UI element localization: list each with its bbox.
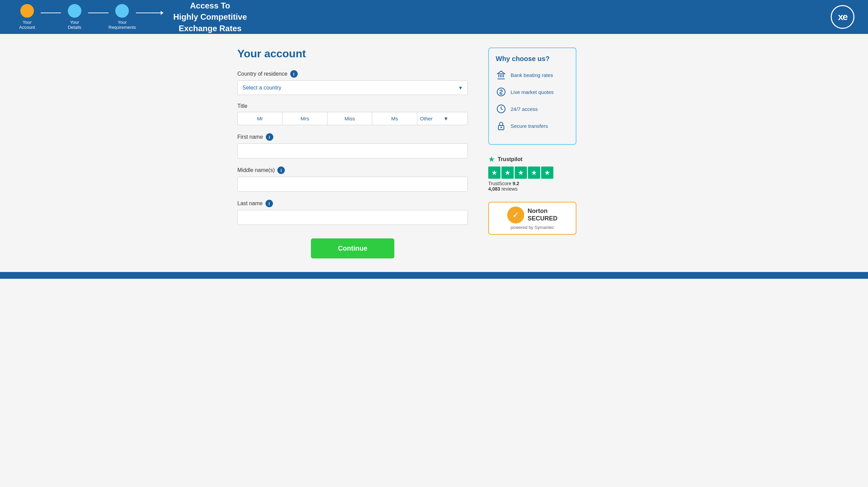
title-other-label[interactable]: Other (417, 112, 441, 125)
form-section: Your account Country of residence i Sele… (237, 47, 468, 258)
star-4: ★ (528, 167, 540, 179)
step-circle-1 (20, 4, 34, 18)
header: Your Account Your Details Your Requireme… (0, 0, 868, 34)
star-1: ★ (488, 167, 500, 179)
country-label: Country of residence i (237, 70, 468, 78)
feature-bank-rates-label: Bank beating rates (511, 72, 553, 78)
step-your-account: Your Account (14, 4, 41, 30)
title-other-arrow: ▼ (441, 112, 464, 125)
norton-box: ✓ Norton SECURED powered by Symantec (488, 202, 576, 235)
star-2: ★ (501, 167, 514, 179)
middle-name-field-group: Middle name(s) i (237, 167, 468, 192)
title-ms-button[interactable]: Ms (372, 112, 417, 125)
feature-secure-transfers-label: Secure transfers (511, 123, 548, 129)
last-name-field-group: Last name i (237, 200, 468, 225)
middle-name-input[interactable] (237, 177, 468, 192)
norton-checkmark-icon: ✓ (507, 207, 524, 223)
first-name-label: First name i (237, 133, 468, 141)
country-field-group: Country of residence i Select a country … (237, 70, 468, 95)
trustpilot-label: Trustpilot (498, 156, 522, 162)
middle-name-label: Middle name(s) i (237, 167, 468, 174)
title-mrs-button[interactable]: Mrs (282, 112, 327, 125)
title-label: Title (237, 103, 468, 109)
trust-score: TrustScore 9.2 (488, 181, 576, 186)
bank-icon (496, 70, 507, 80)
page-title: Your account (237, 47, 468, 60)
trustpilot-stars: ★ ★ ★ ★ ★ (488, 167, 576, 179)
last-name-input[interactable] (237, 210, 468, 225)
norton-row: ✓ Norton SECURED (507, 207, 557, 223)
step-label-3: Your Requirements (108, 20, 136, 30)
norton-secured: SECURED (528, 215, 557, 222)
sidebar: Why choose us? Bank beating rates (488, 47, 576, 258)
why-title: Why choose us? (496, 55, 569, 63)
first-name-input[interactable] (237, 143, 468, 158)
country-select-wrapper: Select a country United Kingdom United S… (237, 80, 468, 95)
step-label-1: Your Account (19, 20, 35, 30)
middle-name-info-icon[interactable]: i (277, 167, 285, 174)
why-choose-box: Why choose us? Bank beating rates (488, 47, 576, 145)
step-your-details: Your Details (61, 4, 88, 30)
trustpilot-star-icon: ★ (488, 155, 495, 164)
trustpilot-section: ★ Trustpilot ★ ★ ★ ★ ★ TrustScore 9.2 4,… (488, 155, 576, 192)
norton-powered-by: powered by Symantec (511, 225, 554, 230)
feature-secure-transfers: Secure transfers (496, 120, 569, 131)
title-other-wrapper: Other ▼ (417, 112, 468, 125)
trust-reviews: 4,083 reviews (488, 186, 576, 192)
country-select[interactable]: Select a country United Kingdom United S… (238, 81, 468, 95)
feature-247-access: 24/7 access (496, 103, 569, 114)
continue-button-wrapper: Continue (237, 238, 468, 258)
connector-1 (41, 13, 61, 13)
star-3: ★ (515, 167, 527, 179)
clock-icon (496, 103, 507, 114)
last-name-info-icon[interactable]: i (265, 200, 273, 207)
country-info-icon[interactable]: i (290, 70, 298, 78)
title-mr-button[interactable]: Mr (237, 112, 282, 125)
continue-button[interactable]: Continue (311, 238, 395, 258)
currency-icon (496, 86, 507, 97)
step-arrow (136, 13, 163, 13)
step-circle-3 (115, 4, 129, 18)
lock-icon (496, 120, 507, 131)
header-tagline: Access ToHighly CompetitiveExchange Rate… (173, 0, 247, 34)
xe-logo: xe (831, 5, 854, 29)
star-5: ★ (541, 167, 553, 179)
step-your-requirements: Your Requirements (108, 4, 136, 30)
step-label-2: Your Details (68, 20, 81, 30)
feature-market-quotes-label: Live market quotes (511, 89, 554, 95)
first-name-info-icon[interactable]: i (266, 133, 273, 141)
norton-text-block: Norton SECURED (528, 208, 557, 222)
title-field-group: Title Mr Mrs Miss Ms Other ▼ (237, 103, 468, 125)
first-name-field-group: First name i (237, 133, 468, 158)
main-container: Your account Country of residence i Sele… (231, 34, 637, 272)
svg-marker-5 (498, 71, 505, 74)
feature-market-quotes: Live market quotes (496, 86, 569, 97)
trustpilot-header: ★ Trustpilot (488, 155, 576, 164)
svg-point-11 (501, 127, 501, 128)
title-miss-button[interactable]: Miss (327, 112, 372, 125)
feature-247-label: 24/7 access (511, 106, 538, 112)
progress-steps: Your Account Your Details Your Requireme… (14, 0, 247, 34)
connector-2 (88, 13, 108, 13)
last-name-label: Last name i (237, 200, 468, 207)
title-button-group: Mr Mrs Miss Ms Other ▼ (237, 112, 468, 125)
norton-brand: Norton (528, 208, 557, 215)
step-circle-2 (68, 4, 81, 18)
footer (0, 272, 868, 279)
feature-bank-rates: Bank beating rates (496, 70, 569, 80)
